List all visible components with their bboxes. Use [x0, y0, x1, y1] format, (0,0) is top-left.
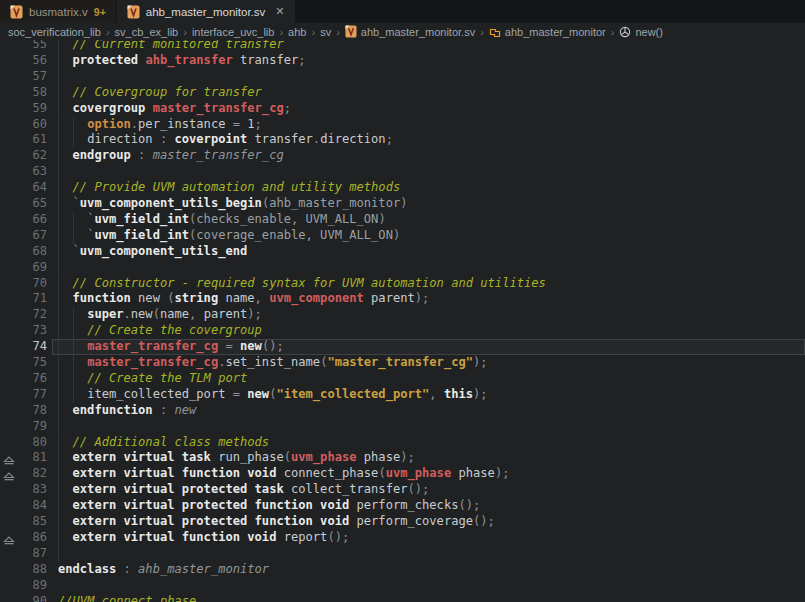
line-number[interactable]: 75	[0, 355, 47, 371]
code-line-63[interactable]: 63	[0, 164, 805, 180]
code-line-85[interactable]: 85 extern virtual protected function voi…	[0, 514, 805, 530]
code-text: endgroup : master_transfer_cg	[58, 148, 284, 164]
code-text: // Additional class methods	[58, 435, 269, 451]
code-line-73[interactable]: 73 // Create the covergroup	[0, 323, 805, 339]
tab-label: busmatrix.v	[29, 6, 88, 18]
code-text: extern virtual function void report();	[58, 530, 349, 546]
line-number[interactable]: 88	[0, 562, 47, 578]
tab-busmatrix[interactable]: busmatrix.v 9+	[0, 0, 116, 23]
code-line-64[interactable]: 64 // Provide UVM automation and utility…	[0, 180, 805, 196]
code-line-71[interactable]: 71 function new (string name, uvm_compon…	[0, 291, 805, 307]
line-number[interactable]: 65	[0, 196, 47, 212]
line-number[interactable]: 85	[0, 514, 47, 530]
indent-guide	[58, 419, 59, 435]
line-number[interactable]: 58	[0, 85, 47, 101]
breadcrumb-item[interactable]: interface_uvc_lib	[192, 26, 275, 38]
line-number[interactable]: 59	[0, 101, 47, 117]
line-number[interactable]: 63	[0, 164, 47, 180]
line-number[interactable]: 73	[0, 323, 47, 339]
line-number[interactable]: 60	[0, 117, 47, 133]
code-line-55[interactable]: 55 // Current monitored transfer	[0, 40, 805, 53]
breadcrumb-item[interactable]: soc_verification_lib	[8, 26, 101, 38]
code-line-80[interactable]: 80 // Additional class methods	[0, 435, 805, 451]
line-number[interactable]: 69	[0, 260, 47, 276]
line-number[interactable]: 70	[0, 276, 47, 292]
code-line-89[interactable]: 89	[0, 578, 805, 594]
line-number[interactable]: 90	[0, 594, 47, 602]
code-line-59[interactable]: 59 covergroup master_transfer_cg;	[0, 101, 805, 117]
line-number[interactable]: 64	[0, 180, 47, 196]
code-text: option.per_instance = 1;	[58, 117, 262, 133]
line-number[interactable]: 81	[0, 450, 47, 466]
line-number[interactable]: 89	[0, 578, 47, 594]
line-number[interactable]: 55	[0, 40, 47, 53]
code-line-67[interactable]: 67 `uvm_field_int(coverage_enable, UVM_A…	[0, 228, 805, 244]
line-number[interactable]: 68	[0, 244, 47, 260]
line-number[interactable]: 87	[0, 546, 47, 562]
code-line-75[interactable]: 75 master_transfer_cg.set_inst_name("mas…	[0, 355, 805, 371]
line-number[interactable]: 72	[0, 307, 47, 323]
code-line-69[interactable]: 69	[0, 260, 805, 276]
code-line-82[interactable]: 82 extern virtual function void connect_…	[0, 466, 805, 482]
code-line-74[interactable]: 74 master_transfer_cg = new();	[0, 339, 805, 355]
line-number[interactable]: 66	[0, 212, 47, 228]
breadcrumb-item-class[interactable]: ahb_master_monitor	[505, 26, 606, 38]
code-line-56[interactable]: 56 protected ahb_transfer transfer;	[0, 53, 805, 69]
code-line-68[interactable]: 68 `uvm_component_utils_end	[0, 244, 805, 260]
line-number[interactable]: 62	[0, 148, 47, 164]
code-line-77[interactable]: 77 item_collected_port = new("item_colle…	[0, 387, 805, 403]
line-number[interactable]: 71	[0, 291, 47, 307]
code-line-61[interactable]: 61 direction : coverpoint transfer.direc…	[0, 132, 805, 148]
code-line-72[interactable]: 72 super.new(name, parent);	[0, 307, 805, 323]
code-line-62[interactable]: 62 endgroup : master_transfer_cg	[0, 148, 805, 164]
tab-close-icon[interactable]: ✕	[275, 5, 284, 18]
line-number[interactable]: 77	[0, 387, 47, 403]
code-text: `uvm_component_utils_end	[58, 244, 247, 260]
code-line-65[interactable]: 65 `uvm_component_utils_begin(ahb_master…	[0, 196, 805, 212]
code-line-66[interactable]: 66 `uvm_field_int(checks_enable, UVM_ALL…	[0, 212, 805, 228]
breadcrumb-separator: ›	[278, 26, 284, 38]
indent-guide	[58, 260, 59, 276]
tab-ahb-master-monitor[interactable]: ahb_master_monitor.sv ✕	[117, 0, 295, 23]
line-number[interactable]: 79	[0, 419, 47, 435]
line-number[interactable]: 82	[0, 466, 47, 482]
class-icon	[489, 26, 501, 38]
line-number[interactable]: 56	[0, 53, 47, 69]
line-number[interactable]: 83	[0, 482, 47, 498]
code-line-81[interactable]: 81 extern virtual task run_phase(uvm_pha…	[0, 450, 805, 466]
code-line-70[interactable]: 70 // Constructor - required syntax for …	[0, 276, 805, 292]
line-number[interactable]: 80	[0, 435, 47, 451]
code-line-58[interactable]: 58 // Covergroup for transfer	[0, 85, 805, 101]
breadcrumb-item[interactable]: sv	[320, 26, 331, 38]
code-line-86[interactable]: 86 extern virtual function void report()…	[0, 530, 805, 546]
breadcrumb-item[interactable]: sv_cb_ex_lib	[115, 26, 179, 38]
line-number[interactable]: 67	[0, 228, 47, 244]
line-number[interactable]: 57	[0, 69, 47, 85]
line-number[interactable]: 84	[0, 498, 47, 514]
line-number[interactable]: 86	[0, 530, 47, 546]
line-number[interactable]: 78	[0, 403, 47, 419]
code-text: `uvm_field_int(checks_enable, UVM_ALL_ON…	[58, 212, 386, 228]
code-line-76[interactable]: 76 // Create the TLM port	[0, 371, 805, 387]
line-number[interactable]: 76	[0, 371, 47, 387]
code-line-57[interactable]: 57	[0, 69, 805, 85]
code-editor[interactable]: 55 // Current monitored transfer56 prote…	[0, 40, 805, 602]
code-text: endfunction : new	[58, 403, 196, 419]
line-number[interactable]: 74	[0, 339, 47, 355]
breadcrumb-item-method[interactable]: new()	[635, 26, 663, 38]
code-line-84[interactable]: 84 extern virtual protected function voi…	[0, 498, 805, 514]
code-line-88[interactable]: 88endclass : ahb_master_monitor	[0, 562, 805, 578]
breadcrumb-item[interactable]: ahb	[288, 26, 306, 38]
code-line-83[interactable]: 83 extern virtual protected task collect…	[0, 482, 805, 498]
code-line-90[interactable]: 90//UVM connect_phase	[0, 594, 805, 602]
breadcrumb-separator: ›	[182, 26, 188, 38]
code-line-79[interactable]: 79	[0, 419, 805, 435]
code-line-60[interactable]: 60 option.per_instance = 1;	[0, 117, 805, 133]
code-line-87[interactable]: 87	[0, 546, 805, 562]
line-number[interactable]: 61	[0, 132, 47, 148]
code-text: extern virtual protected function void p…	[58, 498, 480, 514]
code-text: // Create the covergroup	[58, 323, 262, 339]
indent-guide	[58, 546, 59, 562]
breadcrumb-item-file[interactable]: ahb_master_monitor.sv	[361, 26, 475, 38]
code-line-78[interactable]: 78 endfunction : new	[0, 403, 805, 419]
